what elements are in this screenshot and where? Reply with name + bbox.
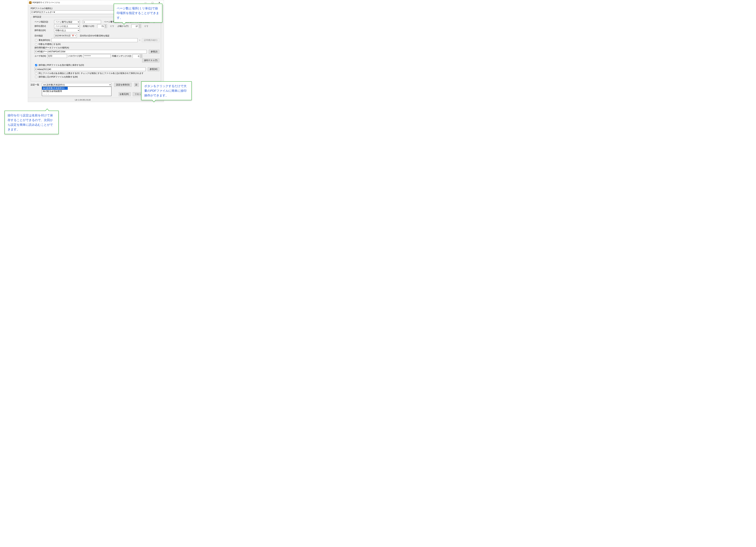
translucent-check[interactable]: 印影を半透明にする(H) bbox=[34, 43, 60, 46]
stamp-settings-group: 捺印設定 ページ指定(Q) ページ番号を指定 ページ番号をカンマで区切る(1,2… bbox=[31, 16, 161, 81]
settings-save-button[interactable]: 設定を保存(S) bbox=[114, 83, 132, 87]
left-from-spinner[interactable]: ▲▼ bbox=[97, 24, 107, 28]
settings-list-label: 設定一覧 bbox=[31, 83, 39, 86]
settings-list-dropdown[interactable]: A4 請求書(月末請求分) 株式配当金明細書用 ・・・ bbox=[42, 87, 111, 96]
save-after-browse-button[interactable]: 参照(W) bbox=[148, 67, 159, 71]
save-after-path-input[interactable] bbox=[34, 67, 146, 71]
callout-settings-save: 捺印を行う設定は名前を付けて保存することができるので、次回から設定を簡単に読み込… bbox=[5, 111, 59, 134]
page-spec-mode-select[interactable]: ページ番号を指定 bbox=[54, 20, 80, 24]
date-value: 2023年04月01日 bbox=[55, 34, 71, 37]
stamp-settings-legend: 捺印設定 bbox=[32, 16, 42, 18]
cert-detail-button: 証明書詳細(C) bbox=[142, 38, 159, 42]
top-unit: ミリ bbox=[144, 25, 148, 28]
stamp-pos-label: 捺印位置(U) bbox=[34, 25, 51, 28]
date-spec-hint: 日付印の日付や印影日時を指定 bbox=[80, 34, 109, 37]
spin-up-icon[interactable]: ▲ bbox=[104, 25, 107, 26]
top-from-label: 上端から(Y) bbox=[117, 25, 129, 28]
stamp-origin-label: 捺印基点(K) bbox=[34, 29, 51, 32]
date-spec-label: 日付指定 bbox=[34, 34, 51, 37]
stamp-file-input[interactable] bbox=[34, 50, 147, 54]
username-input[interactable] bbox=[47, 54, 67, 58]
settings-restore-button[interactable]: を復元(R) bbox=[119, 92, 131, 96]
status-text: Lib 1.04.001.0116 bbox=[75, 99, 91, 101]
sign-stamp-check[interactable]: 署名捺印(G) bbox=[34, 39, 50, 42]
chevron-down-icon: ▼ bbox=[139, 39, 140, 41]
window-title: PDF捺印ライブラリパーソナル bbox=[33, 1, 60, 4]
overwrite-hint: チェックを無効にするとファイル名に()が追加されて保存されます bbox=[81, 72, 143, 75]
page-spec-value-input[interactable] bbox=[83, 20, 101, 24]
callout-run-button: ボタンをクリックするだけで大量のPDFファイルに簡単に捺印操作ができます。 bbox=[141, 81, 192, 100]
left-from-label: 左端から(X) bbox=[83, 25, 94, 28]
stamp-index-label: 印鑑インデックス(I) bbox=[112, 55, 131, 57]
overwrite-check[interactable]: 同じファイル名がある場合に上書きする(V) bbox=[34, 72, 80, 75]
password-label: パスワード(P) bbox=[68, 55, 82, 57]
stamp-pos-select[interactable]: ページの左上 bbox=[54, 24, 80, 28]
stamp-test-button[interactable]: 捺印テスト(T) bbox=[142, 59, 159, 62]
callout-page-location: ページ数と場所(ミリ単位)で捺印場所を指定することができます。 bbox=[114, 4, 162, 23]
stamp-origin-select[interactable]: 印影の左上 bbox=[54, 29, 80, 32]
date-picker[interactable]: 2023年04月01日 📅 ▼ bbox=[54, 34, 77, 38]
settings-list-option[interactable]: A4 請求書(月末請求分) bbox=[42, 87, 68, 90]
settings-list-option[interactable]: 株式配当金明細書用 bbox=[42, 90, 111, 93]
username-label: ユーザ名(N) bbox=[34, 55, 46, 57]
spin-down-icon[interactable]: ▼ bbox=[104, 26, 107, 28]
stamp-file-label: 捺印用印鑑データファイルの場所(A) bbox=[34, 46, 159, 49]
settings-list-select[interactable]: A4 請求書(月末請求分) bbox=[42, 83, 111, 87]
spin-up-icon[interactable]: ▲ bbox=[138, 25, 141, 26]
stamp-index-spinner[interactable]: ▲▼ bbox=[133, 54, 142, 58]
spin-down-icon[interactable]: ▼ bbox=[140, 56, 142, 58]
top-from-spinner[interactable]: ▲▼ bbox=[131, 24, 141, 28]
password-input[interactable] bbox=[83, 54, 111, 58]
spin-up-icon[interactable]: ▲ bbox=[140, 54, 142, 56]
stamp-file-browse-button[interactable]: 参照(J) bbox=[149, 50, 159, 54]
settings-list-option[interactable]: ・・・ bbox=[42, 93, 111, 96]
app-icon bbox=[29, 1, 32, 4]
left-unit: ミリ bbox=[110, 25, 114, 28]
spin-down-icon[interactable]: ▼ bbox=[138, 26, 141, 28]
delete-src-check[interactable]: 捺印後に元のPDFファイルを削除する(M) bbox=[34, 75, 78, 78]
settings-delete-button[interactable]: 設 bbox=[134, 83, 139, 87]
page-spec-label: ページ指定(Q) bbox=[34, 21, 51, 23]
calendar-icon[interactable]: 📅 bbox=[72, 35, 74, 37]
save-after-check[interactable]: 捺印後にPDFファイルを別の場所に保存する(O) bbox=[34, 64, 84, 67]
chevron-down-icon[interactable]: ▼ bbox=[75, 35, 76, 37]
settings-list-combo[interactable]: A4 請求書(月末請求分) A4 請求書(月末請求分) 株式配当金明細書用 ・・… bbox=[42, 83, 111, 87]
sign-stamp-field bbox=[52, 38, 137, 42]
